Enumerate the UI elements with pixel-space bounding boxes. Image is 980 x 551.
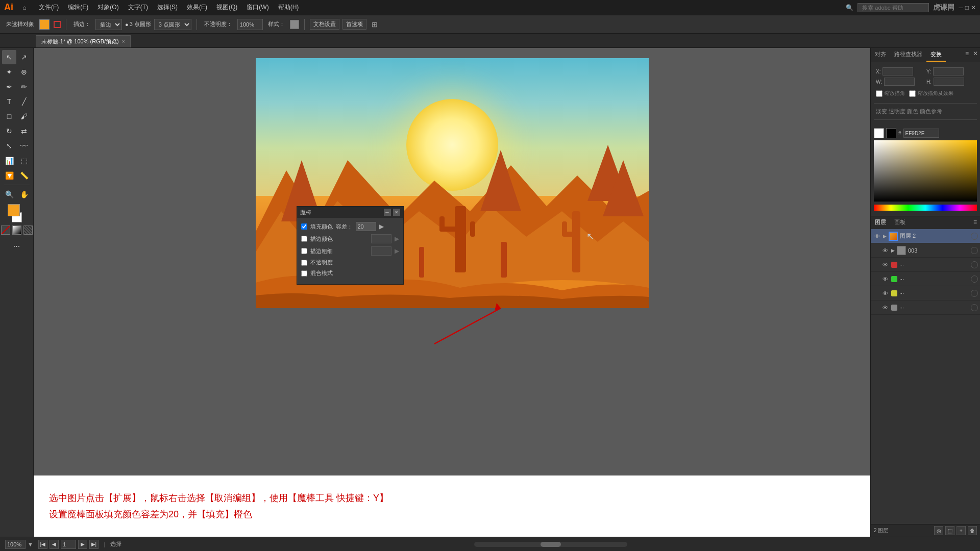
layer-green-vis-button[interactable] xyxy=(971,276,978,283)
last-page-button[interactable]: ▶| xyxy=(89,540,99,549)
zoom-tool[interactable]: 🔍 xyxy=(2,187,16,202)
tolerance-input[interactable] xyxy=(356,222,376,231)
pattern-swatch[interactable] xyxy=(23,226,33,235)
tab-pathfinder[interactable]: 路径查找器 xyxy=(890,48,926,62)
document-tab[interactable]: 未标题-1* @ 100% (RGB/预览) × xyxy=(36,35,131,47)
tolerance-expand-icon[interactable]: ▶ xyxy=(379,223,384,230)
layer-2-vis-button[interactable] xyxy=(971,233,978,240)
fill-color-swatch[interactable] xyxy=(39,19,50,30)
artboard-tool[interactable]: ⬚ xyxy=(17,154,31,168)
warp-tool[interactable]: 〰 xyxy=(17,139,31,153)
blend-mode-checkbox[interactable] xyxy=(301,270,307,277)
panel-minimize-button[interactable]: ─ xyxy=(384,209,391,216)
horizontal-scrollbar[interactable] xyxy=(474,542,627,547)
layer-item-red[interactable]: 👁 ··· xyxy=(871,258,980,272)
point-select[interactable]: 3 点圆形 xyxy=(154,19,191,30)
gradient-swatch[interactable] xyxy=(12,226,21,235)
hand-tool[interactable]: ✋ xyxy=(17,187,31,202)
layer-2-expand-icon[interactable]: ▶ xyxy=(883,234,887,239)
menu-select[interactable]: 选择(S) xyxy=(153,2,182,13)
measure-tool[interactable]: 📏 xyxy=(17,168,31,183)
rotate-tool[interactable]: ↻ xyxy=(2,124,16,138)
w-input[interactable] xyxy=(884,78,915,86)
graph-tool[interactable]: 📊 xyxy=(2,154,16,168)
opacity-input[interactable] xyxy=(237,19,263,30)
pen-tool[interactable]: ✒ xyxy=(2,80,16,94)
more-tools-button[interactable]: ··· xyxy=(4,239,30,254)
x-input[interactable] xyxy=(883,67,913,76)
menu-help[interactable]: 帮助(H) xyxy=(274,2,303,13)
tab-transform[interactable]: 变换 xyxy=(926,48,946,62)
canvas-wrapper[interactable]: ↖ 魔棒 ─ ✕ 填充颜色 xyxy=(34,48,870,475)
layer-item-green[interactable]: 👁 ··· xyxy=(871,272,980,286)
minimize-icon[interactable]: ─ xyxy=(959,4,963,11)
scale-effects-checkbox[interactable] xyxy=(909,90,916,97)
eyedropper-tool[interactable]: 🔽 xyxy=(2,168,16,183)
select-tool[interactable]: ↖ xyxy=(2,50,16,64)
color-hue-bar[interactable] xyxy=(874,205,977,211)
layer-003-eye-icon[interactable]: 👁 xyxy=(881,246,889,255)
layer-red-eye-icon[interactable]: 👁 xyxy=(881,261,889,269)
layer-item-003[interactable]: 👁 ▶ 003 xyxy=(871,243,980,258)
lasso-tool[interactable]: ⊛ xyxy=(17,65,31,79)
close-icon[interactable]: ✕ xyxy=(971,4,976,11)
pencil-tool[interactable]: ✏ xyxy=(17,80,31,94)
black-swatch[interactable] xyxy=(886,128,896,138)
layer-green-eye-icon[interactable]: 👁 xyxy=(881,275,889,283)
menu-view[interactable]: 视图(Q) xyxy=(212,2,241,13)
magic-wand-tool[interactable]: ✦ xyxy=(2,65,16,79)
stroke-color-checkbox[interactable] xyxy=(301,236,307,242)
direct-select-tool[interactable]: ↗ xyxy=(17,50,31,64)
page-input[interactable] xyxy=(61,540,76,549)
h-input[interactable] xyxy=(934,78,964,86)
white-swatch[interactable] xyxy=(874,128,884,138)
layer-yellow-vis-button[interactable] xyxy=(971,290,978,297)
menu-window[interactable]: 窗口(W) xyxy=(242,2,273,13)
menu-edit[interactable]: 编辑(E) xyxy=(64,2,92,13)
menu-object[interactable]: 对象(O) xyxy=(93,2,122,13)
menu-file[interactable]: 文件(F) xyxy=(35,2,63,13)
stroke-color-tolerance-input[interactable] xyxy=(371,234,391,243)
next-page-button[interactable]: ▶ xyxy=(78,540,87,549)
first-page-button[interactable]: |◀ xyxy=(38,540,47,549)
reflect-tool[interactable]: ⇄ xyxy=(17,124,31,138)
layer-gray-eye-icon[interactable]: 👁 xyxy=(881,304,889,312)
menu-text[interactable]: 文字(T) xyxy=(124,2,152,13)
foreground-color-swatch[interactable] xyxy=(8,204,20,216)
layers-locate-button[interactable]: ◎ xyxy=(934,526,943,535)
mode-select[interactable]: 插边 xyxy=(95,19,122,30)
tab-close-button[interactable]: × xyxy=(122,39,125,44)
menu-effect[interactable]: 效果(E) xyxy=(183,2,211,13)
hex-input[interactable] xyxy=(903,129,939,138)
stroke-width-checkbox[interactable] xyxy=(301,248,307,254)
layer-gray-vis-button[interactable] xyxy=(971,304,978,311)
style-swatch[interactable] xyxy=(290,20,299,29)
doc-settings-button[interactable]: 文档设置 xyxy=(310,19,339,30)
scale-strokes-checkbox[interactable] xyxy=(876,90,883,97)
layers-tab-layers[interactable]: 图层 xyxy=(871,216,890,229)
scale-tool[interactable]: ⤡ xyxy=(2,139,16,153)
rect-tool[interactable]: □ xyxy=(2,109,16,123)
arrange-icon[interactable]: ⊞ xyxy=(372,20,378,29)
layer-item-yellow[interactable]: 👁 ··· xyxy=(871,286,980,300)
paintbrush-tool[interactable]: 🖌 xyxy=(17,109,31,123)
color-spectrum[interactable] xyxy=(874,140,977,202)
line-tool[interactable]: ╱ xyxy=(17,94,31,109)
layers-tab-artboard[interactable]: 画板 xyxy=(890,216,910,229)
opacity-checkbox[interactable] xyxy=(301,260,307,266)
stroke-color-swatch[interactable] xyxy=(54,21,61,28)
layer-2-eye-icon[interactable]: 👁 xyxy=(873,232,881,240)
maximize-icon[interactable]: □ xyxy=(965,4,969,11)
fill-color-checkbox[interactable] xyxy=(301,223,307,230)
layers-canvas-button[interactable]: ⬚ xyxy=(945,526,954,535)
home-icon[interactable]: ⌂ xyxy=(18,2,31,14)
layer-item-gray[interactable]: 👁 ··· xyxy=(871,300,980,315)
preferences-button[interactable]: 首选项 xyxy=(342,19,366,30)
layers-add-button[interactable]: + xyxy=(957,526,966,535)
zoom-dropdown-icon[interactable]: ▼ xyxy=(28,541,33,547)
zoom-input[interactable] xyxy=(5,540,26,549)
layer-yellow-eye-icon[interactable]: 👁 xyxy=(881,289,889,297)
right-panel-menu-icon[interactable]: ≡ xyxy=(963,48,971,62)
text-tool[interactable]: T xyxy=(2,94,16,109)
panel-close-button[interactable]: ✕ xyxy=(393,209,400,216)
